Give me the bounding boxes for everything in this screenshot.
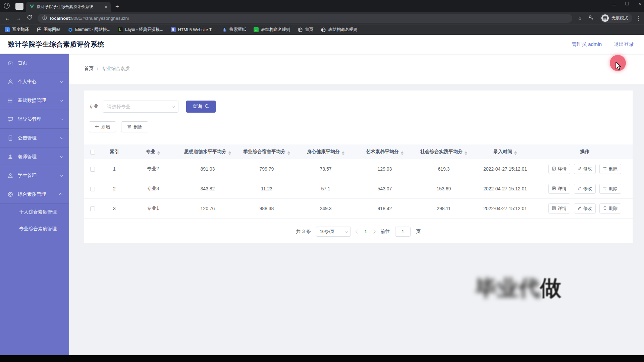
breadcrumb: 首页 / 专业综合素质 <box>69 54 644 84</box>
cell-practice: 153.69 <box>414 186 473 191</box>
cell-index: 2 <box>101 186 128 191</box>
sidebar-item-announcement[interactable]: 公告管理 <box>0 129 69 147</box>
address-bar[interactable]: localhost:8081/#/zhuanyezonghesuzhi <box>38 14 572 23</box>
app-title: 数计学院学生综合素质评价系统 <box>8 40 104 49</box>
bookmark-icon-site[interactable]: 图标网站 <box>36 27 60 33</box>
bookmark-html5[interactable]: 5 HTML5 Website T... <box>171 27 215 32</box>
chevron-down-icon <box>345 230 348 233</box>
bookmark-layui[interactable]: L Layui - 经典开源模... <box>118 27 163 33</box>
plus-icon <box>95 124 99 129</box>
edit-icon <box>578 206 581 211</box>
forward-icon[interactable]: → <box>16 15 21 21</box>
next-page-icon[interactable] <box>372 230 376 233</box>
detail-icon <box>552 167 556 172</box>
sidebar-item-personal-center[interactable]: 个人中心 <box>0 72 69 91</box>
browser-tab[interactable]: 数计学院学生综合素质评价系统 × <box>26 2 111 12</box>
url-path: :8081/#/zhuanyezonghesuzhi <box>70 16 129 21</box>
col-health[interactable]: 身心健康平均分 <box>296 149 355 155</box>
add-button[interactable]: 新增 <box>89 121 116 132</box>
bookmarks-bar: t 百度翻译 图标网站 Element - 网站快... L Layui - 经… <box>0 24 644 35</box>
col-art[interactable]: 艺术素养平均分 <box>355 149 414 155</box>
teacher-icon <box>7 154 13 160</box>
refresh-icon[interactable] <box>27 15 32 21</box>
edit-button[interactable]: 修改 <box>574 164 596 174</box>
delete-button[interactable]: 删除 <box>121 121 148 132</box>
edit-button[interactable]: 修改 <box>574 203 596 214</box>
remove-button[interactable]: 删除 <box>599 184 621 194</box>
incognito-badge: 无痕模式 <box>600 13 632 23</box>
col-academic[interactable]: 学业综合宿舍平均分 <box>237 149 296 155</box>
detail-button[interactable]: 详情 <box>548 164 570 174</box>
sidebar-item-counselor[interactable]: 辅导员管理 <box>0 110 69 129</box>
detail-icon <box>552 206 556 211</box>
bookmark-home[interactable]: 首页 <box>298 27 314 33</box>
sidebar: 首页 个人中心 基础数据管理 辅导员管理 公告管理 老师管理 <box>0 54 69 355</box>
window-minimize-button[interactable] <box>612 5 616 5</box>
mouse-cursor <box>615 62 622 72</box>
sidebar-item-quality[interactable]: 综合素质管理 <box>0 185 69 204</box>
cell-time: 2022-04-27 15:12:01 <box>473 166 537 172</box>
window-close-button[interactable]: × <box>638 2 641 5</box>
col-moral[interactable]: 思想道德水平平均分 <box>178 149 237 155</box>
tab-title: 数计学院学生综合素质评价系统 <box>37 4 102 10</box>
row-checkbox[interactable] <box>90 187 95 191</box>
page-size-select[interactable]: 10条/页 <box>316 227 351 237</box>
select-all-checkbox[interactable] <box>90 150 95 155</box>
edit-button[interactable]: 修改 <box>574 184 596 194</box>
sidebar-item-home[interactable]: 首页 <box>0 54 69 72</box>
sidebar-subitem-major-quality[interactable]: 专业综合素质管理 <box>0 221 69 237</box>
sort-icon[interactable] <box>228 151 231 155</box>
window-restore-button[interactable] <box>626 2 629 5</box>
col-time[interactable]: 录入时间 <box>473 149 537 155</box>
sort-icon[interactable] <box>465 151 467 155</box>
detail-button[interactable]: 详情 <box>548 184 570 194</box>
major-select[interactable] <box>103 101 178 113</box>
chat-icon <box>7 116 13 122</box>
logout-link[interactable]: 退出登录 <box>614 41 634 48</box>
sort-icon[interactable] <box>514 151 517 155</box>
bookmark-wallpaper[interactable]: 搜索壁纸 <box>222 27 246 33</box>
sidebar-subitem-personal-quality[interactable]: 个人综合素质管理 <box>0 204 69 221</box>
back-icon[interactable]: ← <box>5 15 10 21</box>
data-table: 索引 专业 思想道德水平平均分 学业综合宿舍平均分 身心健康平均分 艺术素养平均… <box>84 144 633 219</box>
trash-icon <box>603 167 607 172</box>
vue-favicon <box>30 4 34 10</box>
page-number-active[interactable]: 1 <box>364 229 367 234</box>
incognito-label: 无痕模式 <box>611 15 628 21</box>
goto-page-input[interactable] <box>395 227 411 237</box>
bookmark-baidu-translate[interactable]: t 百度翻译 <box>5 27 29 33</box>
sort-icon[interactable] <box>401 151 404 155</box>
bookmark-naming-rules-2[interactable]: 表结构命名规则 <box>321 27 358 33</box>
bookmark-star-icon[interactable]: ☆ <box>578 15 582 21</box>
bookmark-element[interactable]: Element - 网站快... <box>68 27 110 33</box>
sort-icon[interactable] <box>342 151 344 155</box>
cell-major: 专业2 <box>128 166 178 172</box>
remove-button[interactable]: 删除 <box>599 203 621 214</box>
prev-page-icon[interactable] <box>356 230 360 233</box>
chevron-down-icon <box>60 136 63 139</box>
sidebar-item-student[interactable]: 学生管理 <box>0 166 69 185</box>
row-checkbox[interactable] <box>90 167 95 172</box>
menu-dots-icon[interactable] <box>638 16 639 21</box>
breadcrumb-home[interactable]: 首页 <box>84 66 94 72</box>
col-major[interactable]: 专业 <box>128 149 178 155</box>
data-icon <box>7 98 13 104</box>
remove-button[interactable]: 删除 <box>599 164 621 174</box>
tab-close-icon[interactable]: × <box>105 4 107 10</box>
major-select-input[interactable] <box>107 104 169 109</box>
new-tab-button[interactable]: + <box>115 3 119 10</box>
flag-icon <box>36 27 41 32</box>
sort-icon[interactable] <box>157 151 160 155</box>
info-icon[interactable] <box>42 15 47 21</box>
key-icon[interactable] <box>588 15 594 22</box>
goto-label: 前往 <box>380 229 390 235</box>
col-practice[interactable]: 社会综合实践平均分 <box>414 149 473 155</box>
row-checkbox[interactable] <box>90 206 95 211</box>
search-button[interactable]: 查询 <box>186 101 216 113</box>
detail-button[interactable]: 详情 <box>548 203 570 214</box>
sidebar-item-base-data[interactable]: 基础数据管理 <box>0 91 69 110</box>
cell-time: 2022-04-27 15:12:01 <box>473 186 537 191</box>
sidebar-item-teacher[interactable]: 老师管理 <box>0 147 69 166</box>
bookmark-naming-rules-1[interactable]: … 表结构命名规则 <box>254 27 290 33</box>
sort-icon[interactable] <box>287 151 290 155</box>
